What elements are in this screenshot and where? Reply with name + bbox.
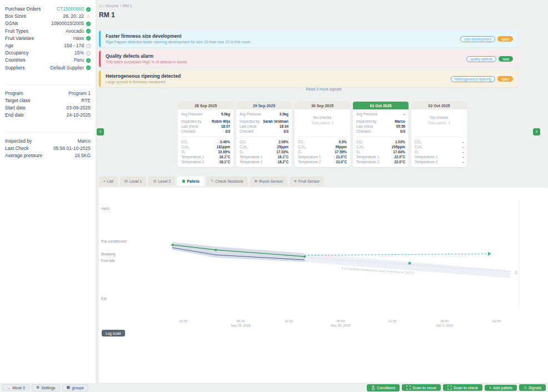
label: O₂ [356, 149, 360, 154]
tab-label: Pallets [187, 179, 200, 183]
sidebar-row-ggns: GGNs 10900015/2005 ✓ [5, 20, 91, 27]
tab-label: Level 2 [158, 179, 171, 183]
svg-text:00:00: 00:00 [440, 319, 449, 323]
value: 10900015/2005 [18, 20, 84, 27]
tab-list[interactable]: ≡List [99, 177, 118, 186]
label: Last check [181, 124, 198, 129]
status-badge: open [497, 76, 513, 82]
sidebar-row-purchase-orders: Purchase Orders CT15000660 ✓ [5, 6, 91, 13]
thermometer-icon [371, 385, 375, 390]
total-pallets-label: Total pallets: 3 [415, 121, 464, 125]
add-pallets-button[interactable]: + Add pallets [485, 385, 517, 391]
level-2-icon: ▥ [153, 179, 156, 183]
card-date: 28 Sep 2025 [178, 102, 233, 109]
value: 0.40% [220, 139, 230, 144]
check-card-29-sep[interactable]: 29 Sep 2025 Avg Pressure3.9kg Inspected … [236, 102, 292, 167]
cluster-count-badge: 2 [515, 270, 517, 274]
home-icon[interactable]: ⌂ [99, 3, 102, 8]
plus-icon: + [489, 386, 491, 390]
settings-button[interactable]: ⚙Settings [32, 384, 60, 391]
carousel-prev-button[interactable]: ‹ [97, 128, 104, 135]
svg-text:12:00: 12:00 [492, 319, 501, 323]
alert-badges: quality defects new [466, 56, 513, 62]
firmness-chart-plot[interactable]: Hard Pre-conditioned Breaking First bite… [99, 191, 548, 335]
svg-text:12:00: 12:00 [285, 319, 293, 323]
prediction-line [305, 254, 488, 255]
check-card-30-sep[interactable]: 30 Sep 2025 No checks Total pallets: 3 C… [295, 102, 350, 167]
tab-label: Level 1 [129, 179, 142, 183]
alert-title: Faster firmness size development [106, 33, 250, 39]
prediction-arrowhead [488, 252, 491, 256]
label: CO₂ [298, 139, 305, 144]
tab-label: Room Sensor [259, 179, 283, 183]
alert-quality-defects[interactable]: Quality defects alarm This batch surpass… [99, 51, 517, 67]
value: 18:34 [280, 124, 288, 129]
sidebar-row-target-class: Target class RTE [5, 97, 91, 104]
scan-to-check-button[interactable]: Scan to check [443, 384, 482, 391]
label: Temperature 2 [298, 159, 321, 164]
status-badge: open [497, 36, 513, 42]
value: 5.9kg [221, 112, 230, 117]
level-1-icon: ▤ [124, 179, 128, 183]
tab-fruit-sensor[interactable]: ◈Fruit Sensor [290, 177, 324, 186]
carousel-next-button[interactable]: › [533, 128, 540, 135]
tab-level-2[interactable]: ▥Level 2 [148, 177, 175, 186]
scan-to-move-button[interactable]: Scan to move [402, 384, 441, 391]
label: Temperature 2 [356, 159, 379, 164]
pallet-point[interactable] [408, 262, 411, 265]
sidebar: Purchase Orders CT15000660 ✓ Box Sizes 2… [0, 0, 96, 383]
signals-button[interactable]: ⚠ Signals [519, 384, 546, 391]
value: - [462, 159, 464, 164]
button-label: Add pallets [493, 386, 512, 390]
move-button[interactable]: →Move 0 [2, 384, 29, 391]
alert-description: This batch surpasses High % of defects i… [106, 59, 187, 64]
tab-check-sessions[interactable]: ✎Check Sessions [206, 177, 248, 186]
value: Default Supplier [24, 64, 84, 72]
value: Marco [395, 119, 405, 124]
alert-faster-firmness[interactable]: Faster firmness size development RipeTra… [99, 31, 517, 47]
pallets-icon: ▣ [182, 179, 185, 183]
label: C₂H₄ [240, 144, 247, 149]
log-scale-button[interactable]: Log scale [102, 330, 125, 336]
label: Last check [356, 124, 373, 129]
tab-label: Fruit Sensor [298, 179, 320, 183]
tab-level-1[interactable]: ▤Level 1 [120, 177, 147, 186]
label: Countries [5, 57, 25, 64]
divider [415, 137, 464, 137]
sidebar-row-average-pressure: Average pressure 16.5KG [5, 152, 91, 159]
sidebar-row-start-date: Start date 03-09-2025 [5, 104, 91, 112]
purchase-orders-link[interactable]: CT15000660 [41, 6, 84, 13]
warning-icon: ⚠ [86, 14, 91, 19]
check-card-02-oct[interactable]: 02 Oct 2025 No checks Total pallets: 3 C… [411, 102, 467, 167]
check-card-01-oct-selected[interactable]: 01 Oct 2025 Avg Pressure- Inspected byMa… [353, 102, 408, 167]
no-checks-label: No checks [298, 115, 347, 119]
card-date: 29 Sep 2025 [236, 102, 292, 109]
scan-icon [447, 385, 452, 390]
conditions-button[interactable]: Conditions [367, 384, 400, 391]
footer-left-actions: →Move 0 ⚙Settings ▦groups [2, 384, 88, 391]
read-more-signals-link[interactable]: Read 3 more signals [178, 87, 470, 91]
alert-text: Heterogeneous ripening detected Large sp… [106, 73, 181, 84]
divider [181, 137, 230, 137]
label: Target class [5, 97, 30, 104]
breadcrumb-rooms[interactable]: Rooms [106, 4, 118, 8]
card-date: 02 Oct 2025 [411, 102, 467, 109]
value: 3.9kg [280, 112, 288, 117]
alert-heterogeneous-ripening[interactable]: Heterogeneous ripening detected Large sp… [99, 71, 517, 87]
label: Purchase Orders [5, 6, 41, 13]
label: C₂H₄ [298, 144, 306, 149]
check-card-28-sep[interactable]: 28 Sep 2025 Avg Pressure5.9kg Inspected … [178, 102, 233, 167]
sidebar-row-suppliers: Suppliers Default Supplier ✓ [5, 64, 91, 72]
tab-room-sensor[interactable]: ◉Room Sensor [250, 177, 287, 186]
breadcrumb: ⌂ / Rooms / RM 1 [99, 3, 132, 8]
check-icon: ✓ [86, 58, 91, 63]
arrow-right-icon: → [7, 386, 11, 390]
divider [240, 137, 288, 137]
tab-pallets[interactable]: ▣Pallets [177, 177, 204, 186]
groups-button[interactable]: ▦groups [62, 384, 88, 391]
label: Fruit Types [5, 28, 28, 35]
alert-text: Faster firmness size development RipeTra… [106, 33, 250, 44]
y-label-eat: Eat [101, 296, 107, 300]
value: 05:56 [396, 124, 405, 129]
info-icon: i [86, 44, 91, 48]
